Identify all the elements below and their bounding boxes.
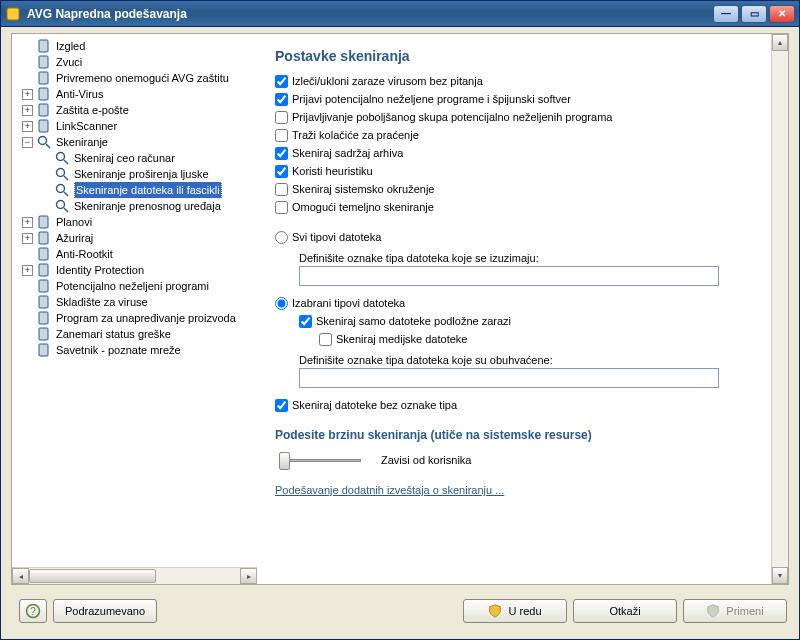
tree-item[interactable]: Program za unapređivanje proizvoda — [14, 310, 255, 326]
content-v-scrollbar[interactable]: ▴ ▾ — [771, 34, 788, 584]
scroll-track-v[interactable] — [772, 51, 788, 567]
radio-selected-file-types[interactable] — [275, 297, 288, 310]
tree-item[interactable]: Anti-Rootkit — [14, 246, 255, 262]
scroll-left-button[interactable]: ◂ — [12, 568, 29, 584]
tree-item[interactable]: +LinkScanner — [14, 118, 255, 134]
chk-no-extension[interactable] — [275, 399, 288, 412]
window: AVG Napredna podešavanja — ▭ ✕ IzgledZvu… — [0, 0, 800, 640]
scan-speed-row: Zavisi od korisnika — [275, 450, 753, 470]
tree-item[interactable]: +Anti-Virus — [14, 86, 255, 102]
tree-item[interactable]: Savetnik - poznate mreže — [14, 342, 255, 358]
tree-item[interactable]: Potencijalno neželjeni programi — [14, 278, 255, 294]
svg-rect-39 — [39, 344, 48, 356]
default-button[interactable]: Podrazumevano — [53, 599, 157, 623]
tree-item[interactable]: Privremeno onemogući AVG zaštitu — [14, 70, 255, 86]
chk-row[interactable]: Skeniraj sistemsko okruženje — [275, 180, 753, 198]
chk-row[interactable]: Koristi heuristiku — [275, 162, 753, 180]
chk-row[interactable]: Traži kolačiće za praćenje — [275, 126, 753, 144]
included-types-field[interactable] — [299, 368, 719, 388]
tree-item[interactable]: Skladište za viruse — [14, 294, 255, 310]
expand-icon[interactable]: + — [22, 105, 33, 116]
chk-row-no-extension[interactable]: Skeniraj datoteke bez oznake tipa — [275, 396, 753, 414]
chk-label: Omogući temeljno skeniranje — [292, 201, 434, 213]
scroll-down-button[interactable]: ▾ — [772, 567, 788, 584]
svg-rect-5 — [39, 72, 48, 84]
tree-h-scrollbar[interactable]: ◂ ▸ — [12, 567, 257, 584]
chk-scan-prone[interactable] — [299, 315, 312, 328]
scroll-right-button[interactable]: ▸ — [240, 568, 257, 584]
outer-frame: IzgledZvuciPrivremeno onemogući AVG zašt… — [1, 27, 799, 639]
apply-button[interactable]: Primeni — [683, 599, 787, 623]
chk-scan-media[interactable] — [319, 333, 332, 346]
collapse-icon[interactable]: − — [22, 137, 33, 148]
tree-item-label: Privremeno onemogući AVG zaštitu — [56, 70, 229, 86]
scan-speed-value-label: Zavisi od korisnika — [381, 454, 471, 466]
svg-line-18 — [64, 176, 68, 180]
tree-item[interactable]: −Skeniranje — [14, 134, 255, 150]
tree-item[interactable]: Izgled — [14, 38, 255, 54]
tree-item[interactable]: +Zaštita e-pošte — [14, 102, 255, 118]
nav-tree[interactable]: IzgledZvuciPrivremeno onemogući AVG zašt… — [12, 34, 257, 567]
chk[interactable] — [275, 129, 288, 142]
chk[interactable] — [275, 111, 288, 124]
svg-rect-23 — [39, 216, 48, 228]
radio-row-all-file-types[interactable]: Svi tipovi datoteka — [275, 228, 753, 246]
expand-icon[interactable]: + — [22, 121, 33, 132]
minimize-button[interactable]: — — [713, 5, 739, 23]
close-button[interactable]: ✕ — [769, 5, 795, 23]
tree-item[interactable]: +Planovi — [14, 214, 255, 230]
main-area: IzgledZvuciPrivremeno onemogući AVG zašt… — [11, 33, 789, 585]
svg-rect-0 — [7, 8, 19, 20]
radio-label-selected-file-types: Izabrani tipovi datoteka — [292, 297, 405, 309]
chk[interactable] — [275, 165, 288, 178]
ok-button[interactable]: U redu — [463, 599, 567, 623]
chk-row[interactable]: Prijavi potencijalno neželjene programe … — [275, 90, 753, 108]
radio-row-selected-file-types[interactable]: Izabrani tipovi datoteka — [275, 294, 753, 312]
chk-row[interactable]: Omogući temeljno skeniranje — [275, 198, 753, 216]
expand-icon[interactable]: + — [22, 89, 33, 100]
tree-item-label: Zanemari status greške — [56, 326, 171, 342]
chk[interactable] — [275, 75, 288, 88]
chk[interactable] — [275, 201, 288, 214]
chk-row-scan-prone[interactable]: Skeniraj samo datoteke podložne zarazi — [299, 312, 753, 330]
expand-icon[interactable]: + — [22, 217, 33, 228]
cancel-button[interactable]: Otkaži — [573, 599, 677, 623]
chk-label: Prijavi potencijalno neželjene programe … — [292, 93, 571, 105]
radio-label-all-file-types: Svi tipovi datoteka — [292, 231, 381, 243]
tree-item[interactable]: Skeniraj ceo računar — [14, 150, 255, 166]
chk-row[interactable]: Prijavljivanje poboljšanog skupa potenci… — [275, 108, 753, 126]
maximize-button[interactable]: ▭ — [741, 5, 767, 23]
tree-item[interactable]: Skeniranje proširenja ljuske — [14, 166, 255, 182]
scan-speed-slider[interactable] — [275, 450, 365, 470]
tree-item[interactable]: Zanemari status greške — [14, 326, 255, 342]
scroll-track[interactable] — [29, 568, 240, 584]
settings-content: Postavke skeniranja Izleči/ukloni zaraze… — [257, 34, 771, 584]
chk-row[interactable]: Izleči/ukloni zaraze virusom bez pitanja — [275, 72, 753, 90]
tree-item[interactable]: +Identity Protection — [14, 262, 255, 278]
tree-item[interactable]: Skeniranje datoteka ili fascikli — [14, 182, 255, 198]
section-heading-speed: Podesite brzinu skeniranja (utiče na sis… — [275, 428, 753, 442]
tree-panel: IzgledZvuciPrivremeno onemogući AVG zašt… — [12, 34, 257, 584]
chk-label: Koristi heuristiku — [292, 165, 373, 177]
help-button[interactable]: ? — [19, 599, 47, 623]
tree-item-label: Savetnik - poznate mreže — [56, 342, 181, 358]
excluded-types-field[interactable] — [299, 266, 719, 286]
scroll-up-button[interactable]: ▴ — [772, 34, 788, 51]
chk[interactable] — [275, 183, 288, 196]
chk[interactable] — [275, 93, 288, 106]
additional-reports-link[interactable]: Podešavanje dodatnih izveštaja o skenira… — [275, 484, 504, 496]
chk-row[interactable]: Skeniraj sadržaj arhiva — [275, 144, 753, 162]
tree-item[interactable]: Zvuci — [14, 54, 255, 70]
tree-item-label: Identity Protection — [56, 262, 144, 278]
right-panel: Postavke skeniranja Izleči/ukloni zaraze… — [257, 34, 788, 584]
radio-all-file-types[interactable] — [275, 231, 288, 244]
scroll-thumb[interactable] — [29, 569, 156, 583]
chk-row-scan-media[interactable]: Skeniraj medijske datoteke — [319, 330, 753, 348]
expand-icon[interactable]: + — [22, 265, 33, 276]
tree-item[interactable]: +Ažuriraj — [14, 230, 255, 246]
expand-icon[interactable]: + — [22, 233, 33, 244]
tree-item-label: Skeniraj ceo računar — [74, 150, 175, 166]
chk[interactable] — [275, 147, 288, 160]
tree-item[interactable]: Skeniranje prenosnog uređaja — [14, 198, 255, 214]
chk-label: Prijavljivanje poboljšanog skupa potenci… — [292, 111, 612, 123]
